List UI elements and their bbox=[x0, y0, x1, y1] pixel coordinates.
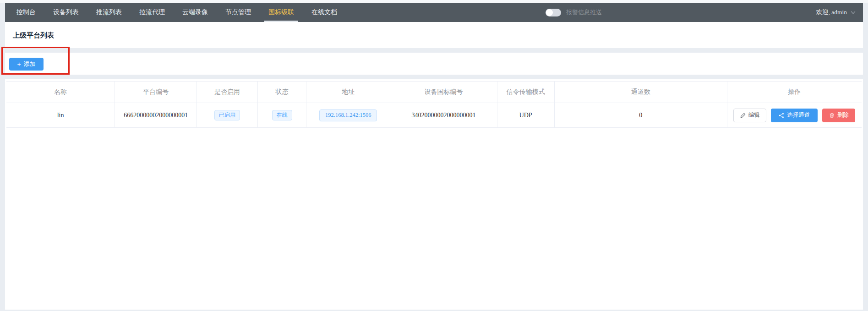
cell-device-gb-id: 34020000002000000001 bbox=[390, 103, 497, 127]
col-header-name: 名称 bbox=[6, 82, 115, 103]
add-button[interactable]: + 添加 bbox=[9, 58, 44, 71]
platform-table: 名称 平台编号 是否启用 状态 地址 设备国标编号 信令传输模式 通道数 操作 … bbox=[6, 81, 862, 128]
toolbar-panel: + 添加 bbox=[5, 53, 863, 75]
tab-gb-cascade[interactable]: 国标级联 bbox=[260, 3, 303, 22]
share-icon bbox=[779, 113, 784, 118]
select-channel-label: 选择通道 bbox=[787, 111, 810, 119]
edit-button-label: 编辑 bbox=[748, 111, 760, 119]
plus-icon: + bbox=[17, 61, 21, 67]
table-panel: 名称 平台编号 是否启用 状态 地址 设备国标编号 信令传输模式 通道数 操作 … bbox=[5, 79, 863, 310]
alarm-push-toggle[interactable] bbox=[546, 9, 561, 16]
user-menu[interactable]: 欢迎, admin bbox=[816, 3, 856, 22]
edit-button[interactable]: 编辑 bbox=[733, 109, 766, 122]
pencil-icon bbox=[740, 113, 746, 118]
cell-enabled: 已启用 bbox=[197, 103, 258, 127]
delete-button[interactable]: 删除 bbox=[822, 109, 855, 122]
toggle-knob bbox=[546, 9, 553, 16]
table-header-row: 名称 平台编号 是否启用 状态 地址 设备国标编号 信令传输模式 通道数 操作 bbox=[6, 82, 862, 103]
col-header-device-gb-id: 设备国标编号 bbox=[390, 82, 497, 103]
col-header-address: 地址 bbox=[306, 82, 390, 103]
col-header-enabled: 是否启用 bbox=[197, 82, 258, 103]
col-header-status: 状态 bbox=[258, 82, 306, 103]
col-header-channels: 通道数 bbox=[555, 82, 727, 103]
welcome-text: 欢迎, admin bbox=[816, 8, 847, 16]
alarm-push-group: 报警信息推送 bbox=[546, 3, 602, 22]
top-navbar: 控制台 设备列表 推流列表 拉流代理 云端录像 节点管理 国标级联 在线文档 报… bbox=[5, 3, 863, 22]
chevron-down-icon bbox=[851, 11, 856, 14]
tab-console[interactable]: 控制台 bbox=[8, 3, 44, 22]
add-button-label: 添加 bbox=[24, 60, 36, 68]
tab-node-manage[interactable]: 节点管理 bbox=[217, 3, 260, 22]
col-header-operations: 操作 bbox=[727, 82, 862, 103]
title-panel: 上级平台列表 bbox=[5, 22, 863, 48]
cell-address: 192.168.1.242:1506 bbox=[306, 103, 390, 127]
page-title: 上级平台列表 bbox=[13, 31, 54, 40]
cell-status: 在线 bbox=[258, 103, 306, 127]
tab-pull-proxy[interactable]: 拉流代理 bbox=[131, 3, 174, 22]
cell-channels: 0 bbox=[555, 103, 727, 127]
tab-push-list[interactable]: 推流列表 bbox=[87, 3, 131, 22]
cell-operations: 编辑 选择通道 删除 bbox=[727, 103, 862, 127]
cell-platform-id: 66620000002000000001 bbox=[115, 103, 197, 127]
cell-name: lin bbox=[6, 103, 115, 127]
delete-button-label: 删除 bbox=[837, 111, 849, 119]
col-header-platform-id: 平台编号 bbox=[115, 82, 197, 103]
table-row: lin 66620000002000000001 已启用 在线 192.168.… bbox=[6, 103, 862, 128]
address-chip[interactable]: 192.168.1.242:1506 bbox=[319, 109, 377, 121]
col-header-transport: 信令传输模式 bbox=[497, 82, 555, 103]
alarm-push-label: 报警信息推送 bbox=[566, 8, 602, 16]
tab-cloud-record[interactable]: 云端录像 bbox=[174, 3, 217, 22]
cell-transport: UDP bbox=[497, 103, 555, 127]
nav-tabs: 控制台 设备列表 推流列表 拉流代理 云端录像 节点管理 国标级联 在线文档 bbox=[5, 3, 346, 22]
tab-online-docs[interactable]: 在线文档 bbox=[303, 3, 346, 22]
status-badge: 在线 bbox=[272, 110, 292, 120]
tab-device-list[interactable]: 设备列表 bbox=[44, 3, 87, 22]
enabled-badge: 已启用 bbox=[214, 110, 240, 120]
select-channel-button[interactable]: 选择通道 bbox=[771, 109, 818, 122]
trash-icon bbox=[829, 113, 835, 118]
